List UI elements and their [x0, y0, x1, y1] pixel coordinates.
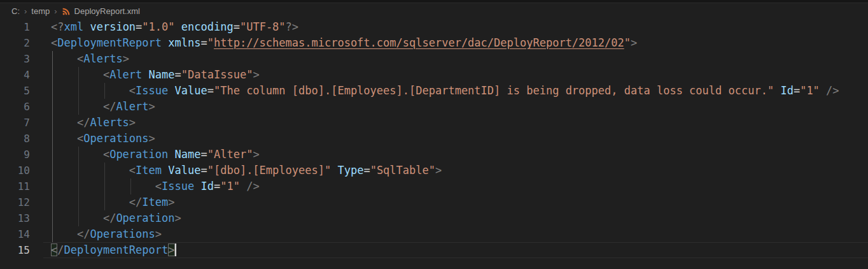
code-content: </DeploymentReport>	[43, 242, 868, 258]
code-line[interactable]: 9 <Operation Name="Alter">	[0, 147, 868, 163]
code-token: "DataIssue"	[181, 68, 253, 81]
indent-guide	[52, 83, 53, 99]
code-token: Operation	[116, 212, 174, 224]
indent-guide	[52, 210, 53, 226]
code-line[interactable]: 3 <Alerts>	[0, 51, 868, 67]
code-token	[168, 148, 174, 161]
code-token: Issue	[162, 180, 194, 193]
breadcrumb-segment-folder[interactable]: temp	[31, 6, 50, 16]
code-token: "SqlTable"	[370, 164, 435, 177]
code-token: Operation	[109, 148, 168, 161]
code-token: >	[149, 132, 155, 145]
gutter-line-number[interactable]: 2	[0, 35, 30, 51]
code-token: >	[149, 100, 155, 113]
code-token	[162, 36, 168, 49]
code-token: <	[103, 148, 109, 161]
code-token: =	[175, 68, 181, 81]
code-token: "The column [dbo].[Employees].[Departmen…	[214, 84, 774, 97]
code-token: >	[631, 36, 637, 49]
code-token: Type	[337, 164, 363, 177]
indent-guide	[78, 99, 79, 115]
code-token: >	[253, 68, 259, 81]
code-token: Name	[149, 68, 175, 81]
code-line[interactable]: 15</DeploymentReport>	[0, 242, 868, 258]
gutter-line-number[interactable]: 8	[0, 131, 30, 147]
code-token: Alerts	[90, 116, 129, 129]
gutter-line-number[interactable]: 7	[0, 115, 30, 131]
gutter-line-number[interactable]: 4	[0, 67, 30, 83]
code-token: >	[435, 164, 442, 177]
code-token: "Alter"	[207, 148, 253, 161]
code-line[interactable]: 6 </Alert>	[0, 99, 868, 115]
code-token: =	[136, 20, 142, 33]
code-content: <Alert Name="DataIssue">	[43, 67, 868, 83]
code-token: >	[253, 148, 259, 161]
code-token: DeploymentReport	[57, 36, 162, 49]
code-token	[820, 84, 826, 97]
indent-guide	[78, 67, 79, 83]
gutter-line-number[interactable]: 3	[0, 51, 30, 67]
code-token: =	[794, 84, 800, 97]
code-token: Id	[200, 180, 213, 193]
indent-guide	[104, 194, 105, 210]
code-line[interactable]: 4 <Alert Name="DataIssue">	[0, 67, 868, 83]
code-token: <	[103, 68, 109, 81]
indent-guide	[78, 194, 79, 210]
code-token: Operations	[90, 228, 155, 240]
code-line[interactable]: 13 </Operation>	[0, 210, 868, 226]
code-token: Item	[136, 164, 162, 177]
code-token: "1"	[800, 84, 820, 97]
code-token: />	[246, 180, 259, 193]
code-token	[331, 164, 337, 177]
code-line[interactable]: 8 <Operations>	[0, 131, 868, 147]
gutter-line-number[interactable]: 10	[0, 163, 30, 178]
gutter-line-number[interactable]: 15	[0, 242, 30, 258]
gutter-line-number[interactable]: 12	[0, 194, 30, 210]
code-token: Operations	[83, 132, 148, 145]
code-token	[51, 164, 129, 177]
gutter-line-number[interactable]: 9	[0, 147, 30, 163]
editor[interactable]: 1<?xml version="1.0" encoding="UTF-8"?>2…	[0, 19, 868, 258]
code-token: Issue	[136, 84, 168, 97]
code-content: <Alerts>	[43, 51, 868, 67]
indent-guide	[78, 178, 79, 194]
gutter-line-number[interactable]: 6	[0, 99, 30, 115]
indent-guide	[104, 83, 105, 99]
gutter-line-number[interactable]: 14	[0, 226, 30, 242]
code-token: =	[200, 36, 207, 49]
code-token	[162, 164, 168, 177]
breadcrumb-file[interactable]: DeployReport.xml	[74, 6, 140, 16]
code-line[interactable]: 14 </Operations>	[0, 226, 868, 242]
code-token	[83, 20, 90, 33]
code-token	[774, 84, 780, 97]
code-token: =	[363, 164, 370, 177]
gutter-line-number[interactable]: 11	[0, 178, 30, 194]
code-token: "	[207, 36, 214, 49]
code-line[interactable]: 11 <Issue Id="1" />	[0, 178, 868, 194]
indent-guide	[52, 178, 53, 194]
code-line[interactable]: 10 <Item Value="[dbo].[Employees]" Type=…	[0, 163, 868, 178]
code-token: version	[90, 20, 136, 33]
indent-guide	[78, 147, 79, 163]
code-line[interactable]: 1<?xml version="1.0" encoding="UTF-8"?>	[0, 19, 868, 35]
code-token: encoding	[181, 20, 234, 33]
code-line[interactable]: 7 </Alerts>	[0, 115, 868, 131]
breadcrumb-segment-drive[interactable]: C:	[11, 6, 20, 16]
gutter-line-number[interactable]: 5	[0, 83, 30, 99]
code-line[interactable]: 12 </Item>	[0, 194, 868, 210]
code-content: </Alert>	[43, 99, 868, 115]
code-token	[51, 84, 129, 97]
code-token: =	[200, 148, 207, 161]
code-content: </Operations>	[43, 226, 868, 242]
gutter-line-number[interactable]: 13	[0, 210, 30, 226]
code-token: <	[129, 84, 136, 97]
code-line[interactable]: 2<DeploymentReport xmlns="http://schemas…	[0, 35, 868, 51]
code-token: <?	[51, 20, 64, 33]
chevron-right-icon: ›	[54, 7, 57, 15]
indent-guide	[104, 178, 105, 194]
code-token: "UTF-8"	[240, 20, 286, 33]
code-token: DeploymentReport	[64, 244, 169, 256]
gutter-line-number[interactable]: 1	[0, 19, 30, 35]
code-token: <	[77, 132, 83, 145]
code-line[interactable]: 5 <Issue Value="The column [dbo].[Employ…	[0, 83, 868, 99]
